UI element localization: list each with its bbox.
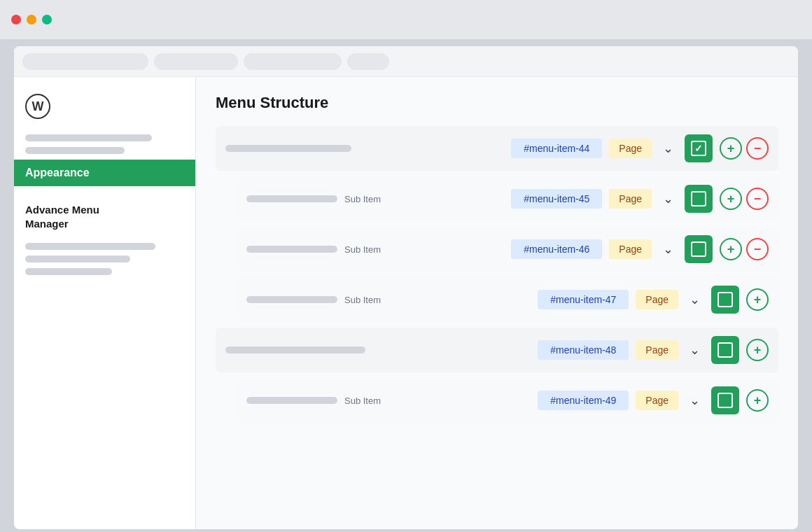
minimize-button[interactable] xyxy=(27,15,36,24)
menu-checkbox[interactable] xyxy=(685,235,713,263)
page-badge: Page xyxy=(636,340,678,360)
checkbox-inner xyxy=(718,342,733,358)
menu-row: Sub Item #menu-item-46 Page ⌄ + − xyxy=(237,227,778,272)
add-button[interactable]: + xyxy=(720,238,742,260)
menu-row: #menu-item-48 Page ⌄ + xyxy=(216,328,778,372)
action-buttons: + xyxy=(746,389,769,412)
url-segment xyxy=(22,53,148,70)
menu-row: #menu-item-44 Page ⌄ + − xyxy=(216,126,778,171)
sidebar-placeholder xyxy=(25,268,112,275)
menu-row-content xyxy=(225,145,504,152)
menu-id-badge: #menu-item-47 xyxy=(538,290,629,309)
menu-row-content: Sub Item xyxy=(246,244,504,255)
add-button[interactable]: + xyxy=(746,339,769,361)
page-badge: Page xyxy=(609,189,652,209)
action-buttons: + − xyxy=(720,188,769,210)
remove-button[interactable]: − xyxy=(746,188,769,210)
expand-button[interactable]: ⌄ xyxy=(685,289,704,310)
sidebar-placeholder xyxy=(25,255,130,262)
checkbox-inner xyxy=(691,241,706,257)
row-handle xyxy=(225,145,351,152)
menu-checkbox[interactable] xyxy=(685,134,713,162)
sidebar-placeholder xyxy=(25,147,125,154)
url-segment xyxy=(244,53,342,70)
maximize-button[interactable] xyxy=(42,15,52,24)
checkbox-inner xyxy=(691,141,706,156)
menu-row: Sub Item #menu-item-47 Page ⌄ + xyxy=(237,277,778,322)
row-handle xyxy=(246,397,337,404)
sidebar-placeholder xyxy=(25,243,155,250)
sidebar-section-title: Advance Menu Manager xyxy=(14,192,195,233)
browser-bar xyxy=(14,46,798,77)
titlebar xyxy=(0,0,812,39)
sub-item-label: Sub Item xyxy=(344,295,381,305)
checkbox-inner xyxy=(691,191,706,206)
expand-button[interactable]: ⌄ xyxy=(659,239,678,260)
action-buttons: + xyxy=(746,339,769,361)
add-button[interactable]: + xyxy=(746,389,769,412)
row-handle xyxy=(225,346,365,354)
checkbox-inner xyxy=(718,393,733,408)
sub-item-label: Sub Item xyxy=(344,396,381,406)
sidebar-placeholder xyxy=(25,134,152,141)
action-buttons: + − xyxy=(720,238,769,260)
menu-id-badge: #menu-item-49 xyxy=(538,391,629,410)
page-badge: Page xyxy=(636,290,678,309)
action-buttons: + − xyxy=(720,137,769,160)
menu-checkbox[interactable] xyxy=(685,185,713,213)
expand-button[interactable]: ⌄ xyxy=(659,138,678,159)
add-button[interactable]: + xyxy=(720,137,742,160)
expand-button[interactable]: ⌄ xyxy=(685,340,704,360)
main-content: Menu Structure #menu-item-44 Page ⌄ + − xyxy=(196,77,798,529)
menu-id-badge: #menu-item-46 xyxy=(511,239,602,259)
page-title: Menu Structure xyxy=(216,94,778,112)
menu-row: Sub Item #menu-item-49 Page ⌄ + xyxy=(237,378,778,423)
sidebar-item-appearance[interactable]: Appearance xyxy=(14,160,195,186)
menu-row-content xyxy=(225,346,531,354)
menu-row-content: Sub Item xyxy=(246,295,531,305)
menu-row-content: Sub Item xyxy=(246,396,531,406)
menu-row: Sub Item #menu-item-45 Page ⌄ + − xyxy=(237,176,778,221)
menu-checkbox[interactable] xyxy=(711,386,739,414)
page-badge: Page xyxy=(609,139,652,158)
menu-id-badge: #menu-item-45 xyxy=(511,189,602,209)
page-badge: Page xyxy=(636,391,678,410)
row-handle xyxy=(246,296,337,303)
sidebar: W Appearance Advance Menu Manager xyxy=(14,77,196,529)
menu-checkbox[interactable] xyxy=(711,336,739,364)
add-button[interactable]: + xyxy=(720,188,742,210)
checkbox-inner xyxy=(718,292,733,307)
wp-layout: W Appearance Advance Menu Manager Menu S… xyxy=(14,77,798,529)
add-button[interactable]: + xyxy=(746,288,769,311)
expand-button[interactable]: ⌄ xyxy=(685,390,704,411)
menu-id-badge: #menu-item-44 xyxy=(511,139,602,158)
menu-id-badge: #menu-item-48 xyxy=(538,340,629,360)
remove-button[interactable]: − xyxy=(746,137,769,160)
sidebar-logo: W xyxy=(14,88,195,130)
url-segment xyxy=(154,53,238,70)
menu-row-content: Sub Item xyxy=(246,194,504,204)
sub-item-label: Sub Item xyxy=(344,194,381,204)
close-button[interactable] xyxy=(11,15,21,24)
action-buttons: + xyxy=(746,288,769,311)
url-segment xyxy=(347,53,389,70)
row-handle xyxy=(246,246,337,253)
expand-button[interactable]: ⌄ xyxy=(659,188,678,209)
menu-checkbox[interactable] xyxy=(711,286,739,314)
wp-logo-icon: W xyxy=(25,94,50,119)
remove-button[interactable]: − xyxy=(746,238,769,260)
sub-item-label: Sub Item xyxy=(344,244,381,255)
page-badge: Page xyxy=(609,239,652,259)
browser-window: W Appearance Advance Menu Manager Menu S… xyxy=(14,46,798,529)
row-handle xyxy=(246,195,337,202)
